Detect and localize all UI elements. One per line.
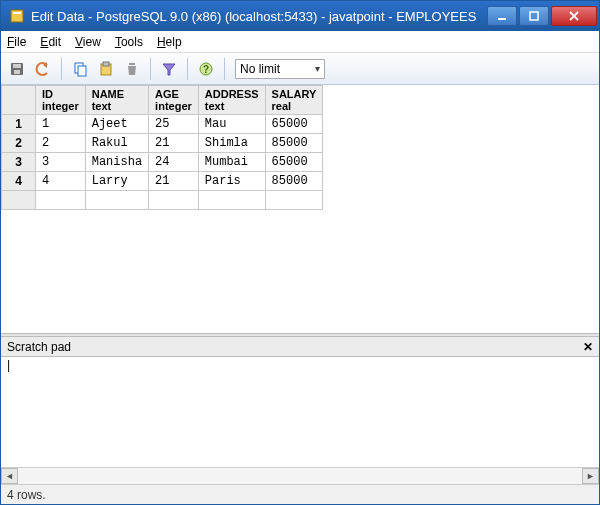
titlebar[interactable]: Edit Data - PostgreSQL 9.0 (x86) (localh… — [1, 1, 599, 31]
status-row-count: 4 rows. — [7, 488, 46, 502]
close-button[interactable] — [551, 6, 597, 26]
svg-rect-11 — [78, 66, 86, 76]
svg-rect-0 — [11, 10, 23, 22]
cell[interactable]: Paris — [198, 172, 265, 191]
cell[interactable]: Shimla — [198, 134, 265, 153]
menubar: File Edit View Tools Help — [1, 31, 599, 53]
scroll-track[interactable] — [18, 468, 582, 484]
app-icon — [9, 8, 25, 24]
cell[interactable]: 65000 — [265, 153, 323, 172]
scratch-pad-header: Scratch pad ✕ — [1, 337, 599, 357]
toolbar-separator — [61, 58, 62, 80]
cell[interactable]: 1 — [36, 115, 86, 134]
row-header[interactable]: 2 — [2, 134, 36, 153]
column-header[interactable]: NAMEtext — [85, 86, 148, 115]
column-header[interactable]: SALARYreal — [265, 86, 323, 115]
limit-value: No limit — [240, 62, 280, 76]
svg-marker-15 — [163, 64, 175, 75]
cell[interactable]: 4 — [36, 172, 86, 191]
menu-view[interactable]: View — [75, 35, 101, 49]
column-header[interactable]: ADDRESStext — [198, 86, 265, 115]
menu-help[interactable]: Help — [157, 35, 182, 49]
maximize-button[interactable] — [519, 6, 549, 26]
grid-corner[interactable] — [2, 86, 36, 115]
column-header[interactable]: IDinteger — [36, 86, 86, 115]
statusbar: 4 rows. — [1, 484, 599, 504]
scratch-close-icon[interactable]: ✕ — [583, 340, 593, 354]
cell[interactable]: 25 — [149, 115, 199, 134]
cell[interactable]: 21 — [149, 134, 199, 153]
table-row[interactable]: 11Ajeet25Mau65000 — [2, 115, 323, 134]
undo-icon[interactable] — [31, 57, 55, 81]
cell[interactable]: 85000 — [265, 172, 323, 191]
column-header[interactable]: AGEinteger — [149, 86, 199, 115]
help-icon[interactable]: ? — [194, 57, 218, 81]
window-title: Edit Data - PostgreSQL 9.0 (x86) (localh… — [31, 9, 485, 24]
cell[interactable]: 21 — [149, 172, 199, 191]
app-window: Edit Data - PostgreSQL 9.0 (x86) (localh… — [0, 0, 600, 505]
svg-text:?: ? — [203, 64, 209, 75]
new-row[interactable] — [2, 191, 323, 210]
svg-rect-1 — [13, 12, 21, 14]
row-header[interactable]: 4 — [2, 172, 36, 191]
filter-icon[interactable] — [157, 57, 181, 81]
save-icon[interactable] — [5, 57, 29, 81]
minimize-button[interactable] — [487, 6, 517, 26]
table-row[interactable]: 44Larry21Paris85000 — [2, 172, 323, 191]
limit-select[interactable]: No limit — [235, 59, 325, 79]
toolbar-separator — [224, 58, 225, 80]
scratch-pad[interactable]: | — [1, 357, 599, 467]
cell[interactable]: Mau — [198, 115, 265, 134]
table-row[interactable]: 33Manisha24Mumbai65000 — [2, 153, 323, 172]
menu-tools[interactable]: Tools — [115, 35, 143, 49]
toolbar-separator — [150, 58, 151, 80]
cell[interactable]: 85000 — [265, 134, 323, 153]
paste-icon[interactable] — [94, 57, 118, 81]
data-grid[interactable]: IDintegerNAMEtextAGEintegerADDRESStextSA… — [1, 85, 599, 333]
row-header[interactable]: 1 — [2, 115, 36, 134]
svg-rect-8 — [14, 70, 20, 74]
scratch-pad-title: Scratch pad — [7, 340, 71, 354]
scroll-left-icon[interactable]: ◄ — [1, 468, 18, 484]
cell[interactable]: Larry — [85, 172, 148, 191]
cell[interactable]: 65000 — [265, 115, 323, 134]
cell[interactable]: Ajeet — [85, 115, 148, 134]
cell[interactable]: 3 — [36, 153, 86, 172]
cell[interactable]: Rakul — [85, 134, 148, 153]
svg-rect-14 — [129, 63, 135, 65]
copy-icon[interactable] — [68, 57, 92, 81]
svg-rect-3 — [530, 12, 538, 20]
svg-rect-7 — [13, 64, 21, 68]
menu-file[interactable]: File — [7, 35, 26, 49]
toolbar: ? No limit — [1, 53, 599, 85]
cell[interactable]: Manisha — [85, 153, 148, 172]
scroll-right-icon[interactable]: ► — [582, 468, 599, 484]
toolbar-separator — [187, 58, 188, 80]
cell[interactable]: 24 — [149, 153, 199, 172]
menu-edit[interactable]: Edit — [40, 35, 61, 49]
table-row[interactable]: 22Rakul21Shimla85000 — [2, 134, 323, 153]
cell[interactable]: 2 — [36, 134, 86, 153]
cell[interactable]: Mumbai — [198, 153, 265, 172]
svg-rect-13 — [103, 62, 109, 66]
row-header[interactable]: 3 — [2, 153, 36, 172]
horizontal-scrollbar[interactable]: ◄ ► — [1, 467, 599, 484]
delete-icon[interactable] — [120, 57, 144, 81]
